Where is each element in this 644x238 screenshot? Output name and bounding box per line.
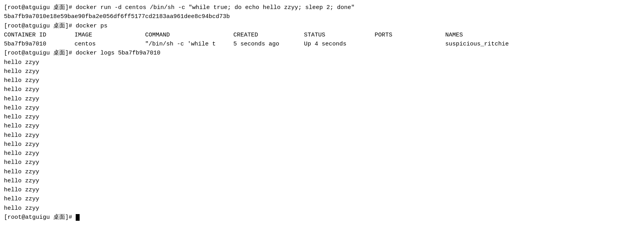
log-line: hello zzyy [4, 131, 640, 140]
cursor [76, 214, 80, 221]
log-line: hello zzyy [4, 194, 640, 203]
log-line: hello zzyy [4, 94, 640, 104]
log-output: hello zzyyhello zzyyhello zzyyhello zzyy… [4, 58, 640, 213]
log-line: hello zzyy [4, 76, 640, 85]
log-line: hello zzyy [4, 85, 640, 94]
prompt-1: [root@atguigu 桌面]# [4, 4, 72, 11]
cmd-1: docker run -d centos /bin/sh -c "while t… [76, 4, 355, 11]
command-line-3: [root@atguigu 桌面]# docker logs 5ba7fb9a7… [4, 49, 640, 58]
prompt-3: [root@atguigu 桌面]# [4, 50, 72, 56]
prompt-2: [root@atguigu 桌面]# [4, 23, 72, 29]
command-line-2: [root@atguigu 桌面]# docker ps [4, 22, 640, 31]
cmd-3: docker logs 5ba7fb9a7010 [76, 50, 160, 56]
log-line: hello zzyy [4, 122, 640, 131]
log-line: hello zzyy [4, 67, 640, 76]
cmd-2: docker ps [76, 23, 107, 29]
container-hash: 5ba7fb9a7010e18e59bae90fba2e056df6ff5177… [4, 12, 640, 21]
ps-header: CONTAINER ID IMAGE COMMAND CREATED STATU… [4, 31, 640, 40]
terminal-window: [root@atguigu 桌面]# docker run -d centos … [4, 3, 640, 222]
log-line: hello zzyy [4, 140, 640, 149]
log-line: hello zzyy [4, 204, 640, 213]
final-prompt-line[interactable]: [root@atguigu 桌面]# [4, 213, 640, 222]
command-line-1: [root@atguigu 桌面]# docker run -d centos … [4, 3, 640, 12]
log-line: hello zzyy [4, 149, 640, 158]
final-prompt: [root@atguigu 桌面]# [4, 214, 76, 221]
log-line: hello zzyy [4, 58, 640, 67]
ps-row: 5ba7fb9a7010 centos "/bin/sh -c 'while t… [4, 40, 640, 49]
log-line: hello zzyy [4, 104, 640, 113]
log-line: hello zzyy [4, 158, 640, 167]
log-line: hello zzyy [4, 185, 640, 194]
log-line: hello zzyy [4, 176, 640, 185]
log-line: hello zzyy [4, 113, 640, 122]
log-line: hello zzyy [4, 167, 640, 176]
